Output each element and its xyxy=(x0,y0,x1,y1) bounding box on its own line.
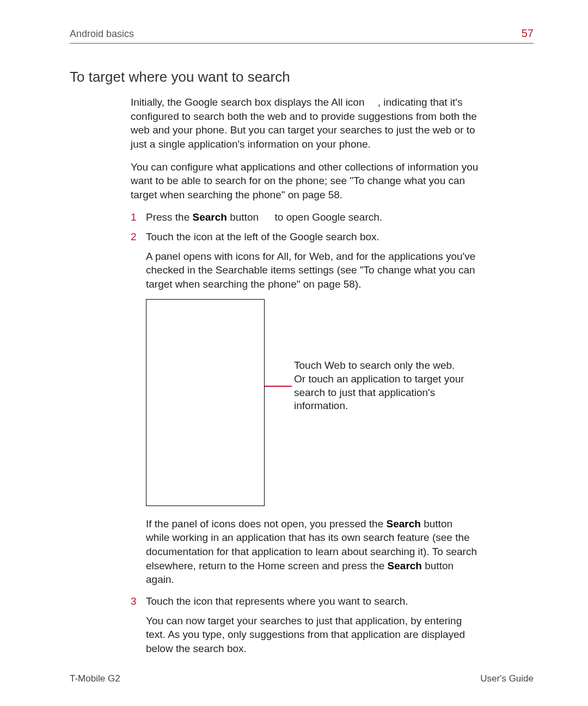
strong-text: Search xyxy=(387,518,421,530)
figure-row: Touch Web to search only the web. Or tou… xyxy=(146,299,479,506)
callout-text: Touch Web to search only the web. Or tou… xyxy=(294,359,468,413)
step-item: Touch the icon at the left of the Google… xyxy=(131,230,479,587)
chapter-title: Android basics xyxy=(70,28,134,40)
strong-text: Search xyxy=(388,560,422,571)
footer-right: User's Guide xyxy=(480,673,534,684)
step-item: Touch the icon that represents where you… xyxy=(131,594,479,656)
step-text: Touch the icon that represents where you… xyxy=(146,594,479,608)
step-text: Touch the icon at the left of the Google… xyxy=(146,230,479,244)
page-footer: T-Mobile G2 User's Guide xyxy=(70,673,534,684)
step-paragraph: You can now target your searches to just… xyxy=(146,614,479,656)
footer-left: T-Mobile G2 xyxy=(70,673,120,684)
step-text: Press the Search button to open Google s… xyxy=(146,210,479,224)
body-column: Initially, the Google search box display… xyxy=(131,95,479,655)
intro-paragraph: Initially, the Google search box display… xyxy=(131,95,479,151)
step-paragraph: A panel opens with icons for All, for We… xyxy=(146,249,479,291)
step-item: Press the Search button to open Google s… xyxy=(131,210,479,224)
intro-paragraph: You can configure what applications and … xyxy=(131,160,479,202)
section-title: To target where you want to search xyxy=(70,69,534,86)
page-number: 57 xyxy=(522,27,534,40)
steps-list: Press the Search button to open Google s… xyxy=(131,210,479,655)
callout-leader-line xyxy=(265,386,292,387)
step-paragraph: If the panel of icons does not open, you… xyxy=(146,517,479,587)
strong-text: Search xyxy=(193,211,227,223)
running-header: Android basics 57 xyxy=(70,27,534,44)
figure-placeholder-box xyxy=(146,299,265,506)
